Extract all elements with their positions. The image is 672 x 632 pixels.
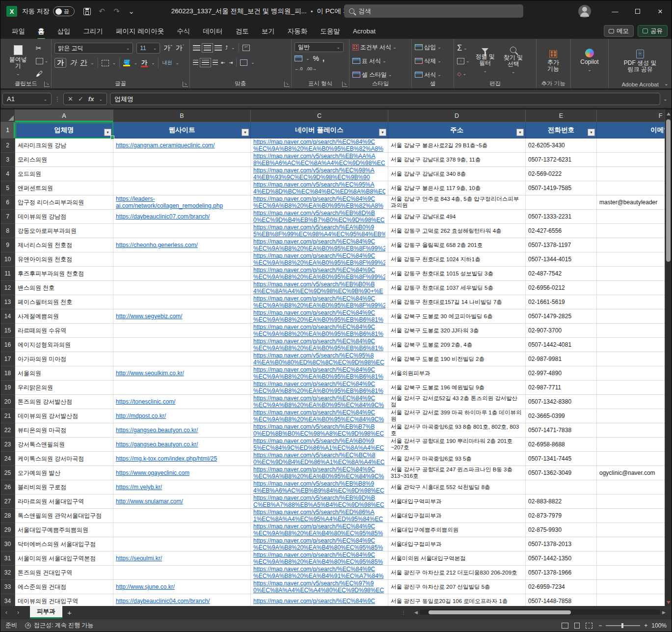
delete-cells-button[interactable]: 삭제⌄ <box>415 56 441 66</box>
row-header-29[interactable]: 29 <box>0 523 15 537</box>
row-header-1[interactable]: 1 <box>0 122 15 138</box>
autosum-button[interactable]: Σ⌄ <box>457 43 470 53</box>
ribbon-tab-페이지 레이아웃[interactable]: 페이지 레이아웃 <box>109 24 170 39</box>
naver-place-link[interactable]: https://map.naver.com/v5/search/%EC%BC%8 <box>253 452 385 459</box>
cell-name[interactable]: 데이뷰의원 강남점 <box>15 210 113 224</box>
font-size-select[interactable]: 11⌄ <box>136 43 160 54</box>
cell-naver-place[interactable]: https://map.naver.com/p/search/%EC%84%9C… <box>251 338 388 352</box>
cell-naver-place[interactable]: https://map.naver.com/v5/search/%EA%B0%9… <box>251 224 388 238</box>
cell-address[interactable]: 서울대입구점피부과 <box>388 509 526 523</box>
website-link[interactable]: http://mdpost.co.kr/ <box>116 412 248 419</box>
cell-address[interactable]: 서울 강남구 봉은사로2길 29 B1층~5층 <box>388 138 526 153</box>
cell-name[interactable]: 뷰티온의원 마곡점 <box>15 423 113 438</box>
naver-place-link[interactable]: 0%EC%8A%A4%EC%A4%80%EC%9D%98%EC <box>253 587 385 594</box>
naver-place-link[interactable]: %EC%9A%B8%20%EA%B0%95%EB%B6%81% <box>253 387 385 394</box>
naver-place-link[interactable]: %EC%9A%B8%20%EA%B4%91%EC%A7%84% <box>253 573 385 579</box>
cell-phone[interactable]: 02-6958-8688 <box>526 438 597 452</box>
cell-website[interactable]: https://gangnam.ceramiqueclinic.com/ <box>113 138 251 153</box>
cell-address[interactable]: 서울미의원 서울대입구역본점 <box>388 551 526 566</box>
cell-naver-place[interactable]: https://map.naver.com/p/search/%EC%84%9C… <box>251 409 388 423</box>
horizontal-scrollbar[interactable]: ◀ ▶ <box>412 609 668 615</box>
naver-place-link[interactable]: https://map.naver.com/p/search/%EC%84%9C <box>253 295 385 302</box>
naver-place-link[interactable]: 5%EB%8F%99%EC%98%A4%EC%95%84%EB% <box>253 231 385 238</box>
cell-styles-button[interactable]: 셀 스타일⌄ <box>352 70 397 80</box>
naver-place-link[interactable]: https://map.naver.com/p/search/%EC%84%9C <box>253 395 385 402</box>
cell-phone[interactable]: 02-6205-3430 <box>526 138 597 153</box>
font-color-button[interactable]: 가 <box>141 58 148 67</box>
cell-naver-place[interactable]: https://map.naver.com/v5/search/%EC%95%A… <box>251 181 388 195</box>
number-dialog-launcher-icon[interactable]: ↘ <box>342 82 348 87</box>
cell-name[interactable]: 세라미크의원 강남 <box>15 138 113 153</box>
cell-address[interactable]: 서울 강서구 마곡중앙6로 93 8층 801호, 802호, 803호 <box>388 423 526 438</box>
cell-address[interactable]: 서울 강북구 도봉로 209 2층, 4층 <box>388 338 526 352</box>
row-header-17[interactable]: 17 <box>0 352 15 366</box>
cell-naver-place[interactable]: https://map.naver.com/v5/search/%EB%B7%B… <box>251 423 388 438</box>
accounting-format-icon[interactable] <box>295 55 302 61</box>
cell-email[interactable] <box>597 594 672 606</box>
cell-name[interactable]: 블리비의원 구로점 <box>15 480 113 495</box>
naver-place-link[interactable]: %EC%9A%B8%20%EA%B0%95%EB%8F%99%2 <box>253 245 385 252</box>
cell-address[interactable]: 서울 강동구 천호대로 1024 지하1층 <box>388 252 526 267</box>
row-header-13[interactable]: 13 <box>0 295 15 309</box>
naver-place-link[interactable]: https://map.naver.com/v5/search/%EB%8D%B <box>253 210 385 217</box>
cell-email[interactable] <box>597 580 672 594</box>
row-header-32[interactable]: 32 <box>0 566 15 580</box>
website-link[interactable]: https://daybeauclinic07.com/branch/ <box>116 213 248 220</box>
naver-place-link[interactable]: https://map.naver.com/p/search/%EC%84%9C <box>253 252 385 259</box>
cell-name[interactable]: 에스준의원 건대점 <box>15 580 113 594</box>
cell-email[interactable] <box>597 366 672 381</box>
cell-naver-place[interactable]: https://map.naver.com/p/search/%EC%84%9C… <box>251 551 388 566</box>
select-all-corner[interactable] <box>0 110 15 122</box>
cell-naver-place[interactable]: https://map.naver.com/v5/search/%EC%97%9… <box>251 580 388 594</box>
row-header-16[interactable]: 16 <box>0 338 15 352</box>
sheet-tab[interactable]: 피부과 <box>30 606 62 619</box>
zoom-out-icon[interactable]: − <box>598 622 602 629</box>
naver-place-link[interactable]: https://map.naver.com/v5/search/%EB%9D%B <box>253 495 385 501</box>
increase-decimal-button[interactable]: ←.0 <box>295 66 303 71</box>
cell-name[interactable]: 데이뷰의원 건대입구역 <box>15 594 113 606</box>
cell-naver-place[interactable]: https://map.naver.com/p/search/%EC%84%9C… <box>251 195 388 210</box>
naver-place-link[interactable]: C%EB%A7%88%EB%A5%B4%EC%9D%98%EC <box>253 501 385 508</box>
cell-naver-place[interactable]: https://map.naver.com/v5/search/%EB%B0%B… <box>251 281 388 295</box>
naver-place-link[interactable]: %EC%9A%B8%20%EA%B0%95%EB%8F%99%2 <box>253 274 385 280</box>
column-header-C[interactable]: C <box>251 110 388 122</box>
cell-address[interactable]: 서울 강남구 강남대로 378 9층, 11층 <box>388 153 526 167</box>
naver-place-link[interactable]: 4%EA%B0%80%ED%8C%8C%EC%9D%98%EC <box>253 359 385 366</box>
cell-website[interactable] <box>113 537 251 551</box>
cell-address[interactable]: 서울대입구역피부과 <box>388 495 526 509</box>
naver-place-link[interactable]: https://map.naver.com/p/search/%EC%84%9C <box>253 238 385 245</box>
cell-website[interactable] <box>113 523 251 537</box>
cell-website[interactable] <box>113 267 251 281</box>
cell-name[interactable]: 톤즈의원 건대입구역 <box>15 566 113 580</box>
cut-button[interactable]: ✂ <box>36 43 49 53</box>
align-center-icon[interactable] <box>202 60 209 65</box>
row-header-11[interactable]: 11 <box>0 267 15 281</box>
column-header-A[interactable]: A <box>15 110 113 122</box>
tab-scroll-splitter[interactable]: ⋮ <box>401 610 406 615</box>
naver-place-link[interactable]: 1%EC%8A%A4%EC%95%A4%ED%95%84%EC <box>253 516 385 522</box>
increase-indent-icon[interactable]: ⇥ <box>229 60 233 65</box>
find-select-button[interactable]: 찾기 및 선택⌄ <box>501 42 526 80</box>
naver-place-link[interactable]: %EC%9A%B8%20%EA%B0%95%EB%8F%99%2 <box>253 259 385 266</box>
cell-phone[interactable]: 0507-1341-7445 <box>526 452 597 466</box>
cell-naver-place[interactable]: https://map.naver.com/p/search/%EC%84%9C… <box>251 267 388 281</box>
cell-website[interactable]: http://mdpost.co.kr/ <box>113 409 251 423</box>
filter-dropdown-icon[interactable]: ▼ <box>104 129 111 136</box>
zoom-slider-handle[interactable] <box>621 623 623 628</box>
row-header-31[interactable]: 31 <box>0 551 15 566</box>
table-header-cell[interactable]: 전화번호▼ <box>526 122 597 138</box>
column-header-E[interactable]: E <box>526 110 597 122</box>
cell-address[interactable]: 서울대입구예쁨주의쁨의원 <box>388 523 526 537</box>
cell-naver-place[interactable]: https://map.naver.com/p/search/%EC%84%9C… <box>251 324 388 338</box>
cell-naver-place[interactable]: https://map.naver.com/p/search/%EC%84%9C… <box>251 252 388 267</box>
cell-address[interactable]: 서울 강북구 도봉로 196 예원빌딩 9층 <box>388 381 526 395</box>
search-input[interactable]: 검색 <box>344 4 523 18</box>
cell-naver-place[interactable]: https://map.naver.com/v5/search/%EC%95%8… <box>251 352 388 366</box>
paste-button[interactable]: 붙여넣기 ⌄ <box>3 42 33 80</box>
cell-name[interactable]: 후즈후피부과의원 천호점 <box>15 267 113 281</box>
cell-name[interactable]: 톡스앤필의원 관악서울대입구점 <box>15 509 113 523</box>
naver-place-link[interactable]: https://map.naver.com/p/search/%EC%84%9C <box>253 366 385 373</box>
cell-naver-place[interactable]: https://map.naver.com/v5/search/%EC%BC%8… <box>251 452 388 466</box>
naver-place-link[interactable]: 5%EC%84%9C%ED%86%A1%EC%8A%A4%EC <box>253 444 385 451</box>
naver-place-link[interactable]: https://map.naver.com/v5/search/%ED%86%A <box>253 509 385 516</box>
